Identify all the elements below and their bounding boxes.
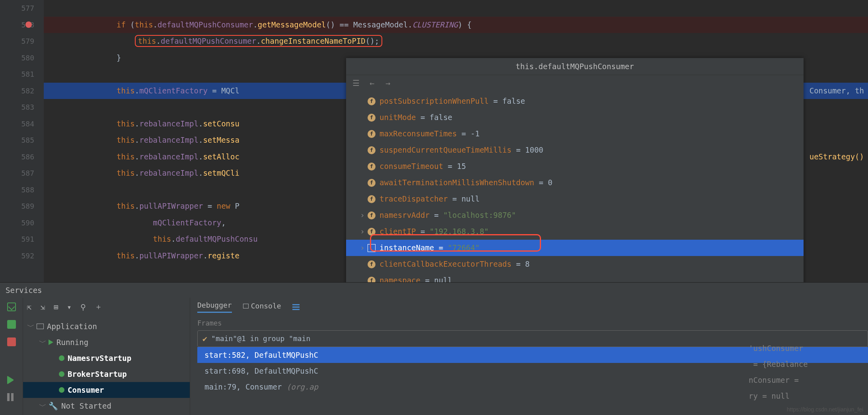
line-number: 592 <box>0 248 44 264</box>
debug-variable-row[interactable]: funitMode = false <box>346 109 804 126</box>
tab-debugger[interactable]: Debugger <box>197 301 232 313</box>
highlighted-code-box: this.defaultMQPushConsumer.changeInstanc… <box>135 35 382 47</box>
line-number: 584 <box>0 116 44 132</box>
field-badge-icon: f <box>368 179 376 187</box>
field-badge-icon: f <box>368 97 376 105</box>
new-watch-icon[interactable]: ☰ <box>352 79 360 87</box>
line-number: 589 <box>0 198 44 215</box>
rerun-icon[interactable] <box>7 303 16 311</box>
field-badge-icon: f <box>368 260 376 268</box>
field-badge-icon: f <box>368 130 376 138</box>
field-badge-icon: f <box>368 114 376 122</box>
line-number: 579 <box>0 33 44 50</box>
line-number: 588 <box>0 182 44 198</box>
debug-tabs: Debugger Console <box>190 298 868 316</box>
tree-item-namesrv[interactable]: NamesrvStartup <box>23 350 190 366</box>
popup-toolbar: ☰ ← → <box>346 75 804 91</box>
tree-item-broker[interactable]: BrokerStartup <box>23 366 190 382</box>
debug-variable-row[interactable]: fconsumeTimeout = 15 <box>346 158 804 175</box>
breakpoint-icon[interactable] <box>25 21 32 28</box>
debug-variable-row[interactable]: fsuspendCurrentQueueTimeMillis = 1000 <box>346 142 804 158</box>
console-icon <box>243 304 249 308</box>
field-badge-icon: f <box>368 211 376 219</box>
line-number: 583 <box>0 99 44 116</box>
popup-title: this.defaultMQPushConsumer <box>346 58 804 75</box>
line-number: 587 <box>0 165 44 182</box>
line-number: 581 <box>0 66 44 83</box>
services-tree-toolbar: ⇱ ⇲ ⊞ ▾ ⚲ ＋ <box>23 298 190 316</box>
services-tool-window: Services ⇱ ⇲ ⊞ ▾ ⚲ ＋ ﹀Application ﹀Runni… <box>0 282 868 415</box>
line-number: 591 <box>0 231 44 248</box>
application-icon <box>37 324 44 329</box>
debug-icon[interactable] <box>7 320 16 329</box>
check-icon: ✔ <box>202 330 207 347</box>
line-number: 585 <box>0 132 44 149</box>
tree-application[interactable]: ﹀Application <box>23 318 190 334</box>
field-badge-icon: f <box>368 228 376 236</box>
tree-running[interactable]: ﹀Running <box>23 334 190 350</box>
debug-variable-row[interactable]: fawaitTerminationMillisWhenShutdown = 0 <box>346 175 804 191</box>
debug-variable-row[interactable]: ›fclientIP = "192.168.3.8" <box>346 223 804 240</box>
layout-icon[interactable] <box>292 304 300 310</box>
collapse-all-icon[interactable]: ⇲ <box>40 303 45 311</box>
field-badge-icon: f <box>368 163 376 171</box>
debug-variable-row[interactable]: ›fnamesrvAddr = "localhost:9876" <box>346 207 804 223</box>
services-title: Services <box>0 283 868 298</box>
bug-icon <box>59 371 64 377</box>
services-tree: ⇱ ⇲ ⊞ ▾ ⚲ ＋ ﹀Application ﹀Running Namesr… <box>23 298 190 415</box>
pin-icon <box>368 244 376 252</box>
group-icon[interactable]: ⊞ <box>54 303 58 311</box>
debug-variable-row[interactable]: ftraceDispatcher = null <box>346 191 804 207</box>
inline-debug-values: 'ushConsumer = {Rebalance nConsumer = ry… <box>749 340 868 404</box>
filter-icon[interactable]: ▾ <box>67 303 71 311</box>
keyword-if: if <box>117 20 126 29</box>
debug-variable-row[interactable]: fclientCallbackExecutorThreads = 8 <box>346 256 804 272</box>
tag-icon[interactable]: ⚲ <box>80 303 86 311</box>
tree-not-started[interactable]: ﹀🔧Not Started <box>23 398 190 414</box>
line-number: 586 <box>0 149 44 165</box>
field-badge-icon: f <box>368 146 376 154</box>
line-number: 580 <box>0 50 44 66</box>
running-icon <box>49 339 53 345</box>
watermark: https://blog.csdn.net/jianjun_fei <box>787 406 863 413</box>
resume-icon[interactable] <box>7 376 16 384</box>
line-number: 590 <box>0 215 44 231</box>
bug-icon <box>59 387 64 393</box>
line-number: 578 <box>0 17 44 33</box>
line-number: 582 <box>0 83 44 99</box>
editor-gutter: 577 578 579 580 581 582 583 584 585 586 … <box>0 0 44 282</box>
field-badge-icon: f <box>368 195 376 203</box>
nav-back-icon[interactable]: ← <box>368 79 376 87</box>
nav-forward-icon[interactable]: → <box>383 79 392 87</box>
tree-item-consumer[interactable]: Consumer <box>23 382 190 398</box>
expand-all-icon[interactable]: ⇱ <box>27 303 31 311</box>
tab-console[interactable]: Console <box>243 302 281 312</box>
stop-icon[interactable] <box>7 337 16 346</box>
services-action-gutter <box>0 298 23 415</box>
debug-variable-row[interactable]: fpostSubscriptionWhenPull = false <box>346 93 804 109</box>
line-number: 577 <box>0 0 44 17</box>
bug-icon <box>59 355 64 361</box>
debug-variable-row[interactable]: fmaxReconsumeTimes = -1 <box>346 126 804 142</box>
add-service-icon[interactable]: ＋ <box>95 302 102 312</box>
pause-icon[interactable] <box>7 393 16 402</box>
debug-variable-row[interactable]: ›instanceName = "72664" <box>346 240 804 256</box>
frames-title: Frames <box>197 316 868 330</box>
wrench-icon: 🔧 <box>49 398 58 414</box>
